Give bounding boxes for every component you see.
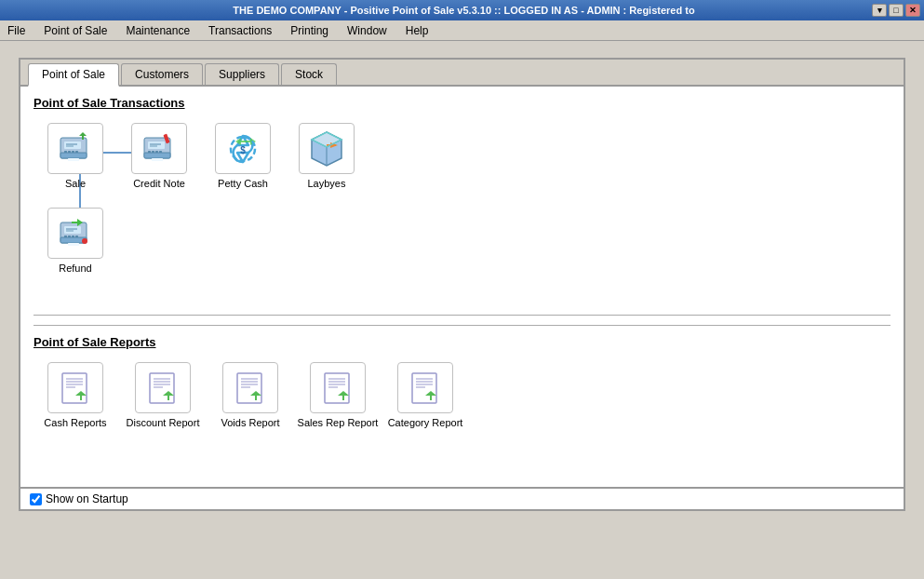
svg-rect-20 bbox=[159, 151, 162, 153]
svg-rect-16 bbox=[148, 141, 165, 149]
show-on-startup-text: Show on Startup bbox=[46, 492, 128, 505]
discount-report-icon bbox=[142, 368, 183, 409]
svg-rect-42 bbox=[68, 243, 79, 246]
sale-item[interactable]: Sale bbox=[33, 123, 117, 189]
title-bar-text: THE DEMO COMPANY - Positive Point of Sal… bbox=[56, 5, 872, 16]
tab-customers[interactable]: Customers bbox=[121, 63, 203, 85]
voids-report-label: Voids Report bbox=[221, 417, 280, 428]
sale-icon-box[interactable] bbox=[47, 123, 103, 174]
menu-pos[interactable]: Point of Sale bbox=[40, 23, 111, 38]
petty-cash-label: Petty Cash bbox=[218, 178, 268, 189]
refund-label: Refund bbox=[59, 263, 91, 274]
petty-cash-item[interactable]: $ Petty Cash bbox=[201, 123, 285, 189]
minimize-button[interactable]: ▾ bbox=[872, 4, 887, 17]
reports-icon-grid: Cash Reports bbox=[33, 362, 891, 438]
maximize-button[interactable]: □ bbox=[889, 4, 904, 17]
laybyes-icon bbox=[306, 128, 347, 169]
voids-report-item[interactable]: Voids Report bbox=[208, 362, 292, 428]
svg-rect-13 bbox=[82, 136, 84, 140]
main-content: Point of Sale Customers Suppliers Stock … bbox=[0, 41, 924, 520]
credit-note-icon-box[interactable] bbox=[131, 123, 187, 174]
close-button[interactable]: ✕ bbox=[905, 4, 920, 17]
svg-rect-17 bbox=[148, 151, 151, 153]
refund-icon bbox=[55, 213, 96, 254]
sale-icon bbox=[55, 128, 96, 169]
discount-report-item[interactable]: Discount Report bbox=[121, 362, 205, 428]
svg-rect-53 bbox=[150, 373, 174, 403]
svg-text:$: $ bbox=[240, 145, 246, 155]
laybyes-icon-box[interactable] bbox=[299, 123, 355, 174]
svg-rect-59 bbox=[167, 396, 169, 400]
show-on-startup-label[interactable]: Show on Startup bbox=[30, 492, 128, 505]
svg-rect-7 bbox=[72, 151, 74, 153]
cash-reports-icon-box[interactable] bbox=[47, 362, 103, 413]
voids-report-icon-box[interactable] bbox=[222, 362, 278, 413]
sales-rep-report-label: Sales Rep Report bbox=[298, 417, 379, 428]
refund-item[interactable]: Refund bbox=[33, 208, 117, 274]
sales-rep-report-icon-box[interactable] bbox=[310, 362, 366, 413]
svg-rect-39 bbox=[75, 236, 78, 237]
menu-printing[interactable]: Printing bbox=[287, 23, 332, 38]
svg-marker-12 bbox=[79, 132, 87, 136]
svg-rect-67 bbox=[325, 373, 349, 403]
transactions-icon-grid: Sale bbox=[33, 123, 891, 283]
category-report-label: Category Report bbox=[388, 417, 463, 428]
svg-rect-66 bbox=[255, 396, 257, 400]
title-bar: THE DEMO COMPANY - Positive Point of Sal… bbox=[0, 0, 924, 20]
svg-rect-60 bbox=[237, 373, 261, 403]
category-report-icon bbox=[405, 368, 446, 409]
svg-rect-3 bbox=[60, 153, 87, 158]
svg-point-45 bbox=[82, 238, 87, 244]
discount-report-icon-box[interactable] bbox=[135, 362, 191, 413]
svg-rect-4 bbox=[64, 141, 81, 149]
show-on-startup-checkbox[interactable] bbox=[30, 493, 42, 505]
petty-cash-icon-box[interactable]: $ bbox=[215, 123, 271, 174]
menu-bar: File Point of Sale Maintenance Transacti… bbox=[0, 20, 924, 41]
laybyes-label: Laybyes bbox=[308, 178, 346, 189]
sales-rep-report-item[interactable]: Sales Rep Report bbox=[296, 362, 380, 428]
title-bar-controls[interactable]: ▾ □ ✕ bbox=[872, 4, 920, 17]
tab-pos[interactable]: Point of Sale bbox=[28, 63, 119, 87]
tab-container: Point of Sale Customers Suppliers Stock … bbox=[19, 58, 905, 511]
menu-file[interactable]: File bbox=[4, 23, 29, 38]
bottom-bar: Show on Startup bbox=[20, 487, 904, 509]
sales-rep-report-icon bbox=[317, 368, 358, 409]
svg-rect-23 bbox=[152, 158, 163, 161]
credit-note-icon bbox=[139, 128, 180, 169]
refund-icon-box[interactable] bbox=[47, 208, 103, 259]
section-divider bbox=[33, 315, 891, 316]
menu-help[interactable]: Help bbox=[402, 23, 433, 38]
svg-rect-44 bbox=[72, 222, 79, 223]
transactions-section-title: Point of Sale Transactions bbox=[33, 96, 891, 110]
tab-content-pos: Point of Sale Transactions bbox=[20, 87, 904, 487]
transactions-area: Sale bbox=[33, 123, 891, 309]
cash-reports-item[interactable]: Cash Reports bbox=[33, 362, 117, 428]
tab-suppliers[interactable]: Suppliers bbox=[205, 63, 279, 85]
petty-cash-icon: $ bbox=[222, 128, 263, 169]
svg-rect-35 bbox=[64, 226, 81, 234]
svg-rect-19 bbox=[155, 151, 158, 153]
category-report-icon-box[interactable] bbox=[397, 362, 453, 413]
svg-rect-37 bbox=[68, 236, 71, 237]
svg-rect-73 bbox=[342, 396, 344, 400]
voids-report-icon bbox=[230, 368, 271, 409]
reports-section-title: Point of Sale Reports bbox=[33, 335, 891, 349]
svg-rect-52 bbox=[80, 396, 82, 400]
category-report-item[interactable]: Category Report bbox=[383, 362, 467, 428]
svg-rect-5 bbox=[64, 151, 67, 153]
svg-rect-38 bbox=[72, 236, 74, 237]
menu-maintenance[interactable]: Maintenance bbox=[122, 23, 194, 38]
svg-rect-15 bbox=[144, 153, 170, 158]
svg-rect-80 bbox=[430, 396, 432, 400]
credit-note-item[interactable]: Credit Note bbox=[117, 123, 201, 189]
reports-section: Point of Sale Reports bbox=[33, 325, 891, 438]
svg-rect-46 bbox=[62, 373, 87, 403]
tab-stock[interactable]: Stock bbox=[281, 63, 337, 85]
menu-window[interactable]: Window bbox=[343, 23, 391, 38]
svg-rect-74 bbox=[412, 373, 436, 403]
laybyes-item[interactable]: Laybyes bbox=[285, 123, 368, 189]
svg-rect-18 bbox=[152, 151, 154, 153]
svg-rect-36 bbox=[64, 236, 67, 237]
menu-transactions[interactable]: Transactions bbox=[205, 23, 275, 38]
svg-rect-6 bbox=[68, 151, 71, 153]
